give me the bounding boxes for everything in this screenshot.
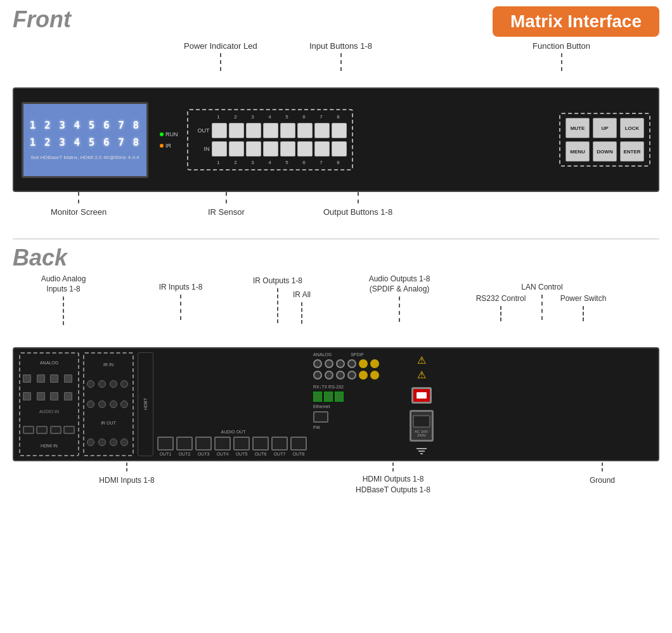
bot-num-label-8: 8 [331, 160, 346, 165]
monitor-text: Monitor Screen [51, 207, 107, 217]
run-indicator: RUN [160, 131, 178, 137]
ir-in-port-8 [120, 400, 128, 408]
lock-button[interactable]: LOCK [620, 118, 644, 138]
out2-label: OUT2 [179, 452, 191, 456]
analog-port-4 [64, 374, 72, 383]
ground-symbol [417, 448, 427, 454]
rca-row1 [313, 359, 396, 368]
in-btn-3[interactable] [246, 141, 261, 157]
rs232-label: RS232 Control [469, 292, 533, 321]
ir-inputs-label: IR Inputs 1-8 [149, 281, 212, 320]
ac-inlet: AC 100-240V [410, 410, 434, 442]
in-btn-8[interactable] [332, 141, 347, 157]
num-label-1: 1 [211, 114, 226, 120]
out-btn-7[interactable] [314, 123, 330, 138]
input-output-buttons: 1 2 3 4 5 6 7 8 OUT [187, 109, 353, 170]
hdmi-outputs-text: HDMI Outputs 1-8HDBaseT Outputs 1-8 [342, 474, 444, 496]
out1-label: OUT1 [160, 452, 172, 456]
in-btn-2[interactable] [229, 141, 244, 157]
power-switch-red[interactable] [411, 387, 432, 404]
rca-6 [336, 371, 345, 380]
run-text: RUN [165, 131, 178, 137]
hdmi-in-label: HDMI IN [23, 444, 75, 448]
analog-in-section: ANALOG AUDIO IN HDMI IN [19, 352, 79, 456]
rs232-t3 [335, 392, 344, 402]
enter-button[interactable]: ENTER [620, 141, 644, 162]
back-title: Back [13, 238, 659, 271]
analog-port-6 [37, 392, 45, 400]
audio-analog-label: Audio AnalogInputs 1-8 [32, 274, 95, 325]
lan-control-text: LAN Control [521, 283, 562, 291]
out-btn-2[interactable] [229, 123, 244, 138]
num-label-5: 5 [280, 114, 295, 120]
ir-out-port-3 [110, 438, 117, 446]
ir-out-port-2 [98, 438, 106, 446]
hdmi-outputs-label: HDMI Outputs 1-8HDBaseT Outputs 1-8 [342, 463, 444, 496]
matrix-interface-badge: Matrix Interface [493, 6, 659, 37]
hdmi-in-3 [50, 426, 61, 434]
out-btn-6[interactable] [297, 123, 313, 138]
rca-spdif-2 [347, 371, 356, 380]
front-section: Power Indicator Led Input Buttons 1-8 Fu… [0, 40, 672, 227]
num-label-4: 4 [262, 114, 278, 120]
ir-in-port-1 [87, 380, 94, 388]
hdbt-label-section: HDBT [138, 352, 153, 456]
hdmi-in-2 [36, 426, 48, 434]
button-bottom-num-labels: 1 2 3 4 5 6 7 8 [193, 160, 347, 165]
input-buttons-text: Input Buttons 1-8 [309, 41, 372, 51]
in-btn-5[interactable] [280, 141, 295, 157]
run-led [160, 132, 164, 136]
in-row-label: IN [193, 146, 210, 152]
warning-icon-1: ⚠ [417, 354, 426, 366]
bot-num-label-4: 4 [262, 160, 278, 165]
out-btn-1[interactable] [212, 123, 227, 138]
ground-line-3 [420, 453, 423, 454]
rj45-out4 [214, 437, 231, 451]
ir-in-port-2 [98, 380, 106, 388]
ground-line-2 [418, 451, 425, 452]
audio-outputs-text: Audio Outputs 1-8(SPDIF & Analog) [361, 274, 437, 294]
mute-button[interactable]: MUTE [565, 118, 590, 138]
function-btn-text: Function Button [533, 41, 590, 51]
ir-in-port-7 [110, 400, 117, 408]
in-btn-7[interactable] [314, 141, 330, 157]
analog-ports-bot [23, 392, 75, 400]
device-front-panel: 1 2 3 4 5 6 7 8 1 2 3 4 5 6 7 8 8x8 HDBa… [13, 87, 659, 192]
rj45-out2 [176, 437, 193, 451]
out7-label: OUT7 [274, 452, 286, 456]
in-btn-6[interactable] [297, 141, 313, 157]
up-button[interactable]: UP [593, 118, 617, 138]
out-btn-3[interactable] [246, 123, 261, 138]
function-btn-label: Function Button [533, 40, 590, 71]
rj45-ports-row: OUT1 OUT2 OUT3 OUT4 OUT5 [157, 437, 309, 456]
analog-out-header: ANALOG [313, 352, 332, 357]
out-btn-4[interactable] [263, 123, 278, 138]
hdmi-inputs-text: HDMI Inputs 1-8 [99, 476, 154, 485]
out-btn-8[interactable] [332, 123, 347, 138]
analog-port-1 [23, 374, 31, 383]
rj45-out1 [157, 437, 174, 451]
rca-1 [313, 359, 322, 368]
ir-outputs-text: IR Outputs 1-8 [253, 276, 302, 285]
output-buttons-label: Output Buttons 1-8 [323, 192, 392, 217]
ir-in-ports-top [87, 380, 130, 388]
bot-num-label-3: 3 [245, 160, 261, 165]
spdif-analog-labels: ANALOG SPDIF [313, 352, 396, 357]
menu-button[interactable]: MENU [565, 141, 590, 162]
in-btn-4[interactable] [263, 141, 278, 157]
ground-line-1 [417, 448, 427, 449]
rs232-section-label: RX↓TX RS-232 [313, 385, 396, 389]
down-button[interactable]: DOWN [593, 141, 617, 162]
in-btn-1[interactable] [212, 141, 227, 157]
ir-in-port-6 [98, 400, 106, 408]
num-label-2: 2 [228, 114, 243, 120]
out-btn-5[interactable] [280, 123, 295, 138]
ir-in-port-5 [87, 400, 94, 408]
back-section: Audio AnalogInputs 1-8 IR Inputs 1-8 IR … [0, 274, 672, 504]
ground-text: Ground [590, 476, 615, 485]
power-section: ⚠ ⚠ AC 100-240V [399, 352, 444, 456]
rs232-terminals [313, 392, 396, 402]
run-ir-indicators: RUN IR [160, 131, 178, 149]
rca-gold-2 [370, 359, 379, 368]
ac-label: AC 100-240V [413, 430, 430, 437]
